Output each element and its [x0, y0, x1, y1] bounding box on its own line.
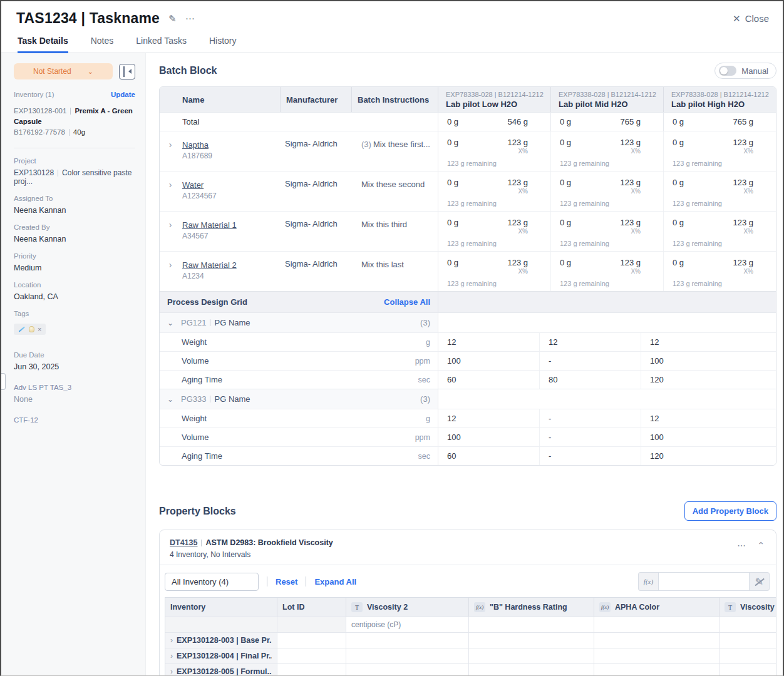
experiment-column-header[interactable]: EXP78338-028 | B121214-1212 Lab pilot Hi… — [663, 87, 776, 112]
expand-all-link[interactable]: Expand All — [314, 577, 356, 586]
more-menu-icon[interactable]: ⋯ — [185, 13, 195, 24]
value-cell[interactable] — [346, 664, 468, 675]
collapse-panel-icon[interactable] — [119, 64, 135, 79]
material-name-link[interactable]: Raw Material 1 — [182, 220, 237, 230]
param-value[interactable]: 60 — [438, 371, 539, 389]
expand-row-icon[interactable]: › — [169, 140, 172, 150]
block-collapse-icon[interactable]: ⌃ — [757, 540, 765, 550]
inventory-filter-dropdown[interactable]: All Inventory (4) — [165, 573, 259, 591]
add-property-block-button[interactable]: Add Property Block — [684, 501, 776, 521]
param-value[interactable]: 12 — [438, 333, 539, 351]
actual-amount[interactable]: 0 g — [673, 218, 684, 235]
actual-amount[interactable]: 0 g — [673, 178, 684, 195]
material-name-link[interactable]: Water — [182, 180, 204, 190]
expand-row-icon[interactable]: › — [169, 220, 172, 230]
value-cell[interactable] — [346, 648, 468, 663]
update-inventory-link[interactable]: Update — [111, 91, 135, 98]
tab-linked-tasks[interactable]: Linked Tasks — [136, 36, 187, 53]
actual-amount[interactable]: 0 g — [447, 178, 458, 195]
value-cell[interactable] — [468, 664, 594, 675]
param-value[interactable]: 12 — [438, 409, 539, 428]
actual-amount[interactable]: 0 g — [673, 258, 684, 275]
collapse-group-icon[interactable]: ⌄ — [160, 319, 181, 327]
value-cell[interactable] — [719, 664, 776, 675]
row-inventory-name[interactable]: EXP130128-003 | Base Pr... — [177, 636, 272, 645]
field-tags: Tags × — [14, 310, 135, 335]
actual-amount[interactable]: 0 g — [560, 178, 571, 195]
param-value[interactable]: - — [539, 428, 641, 446]
experiment-column-header[interactable]: EXP78338-028 | B121214-1212 Lab pilot Lo… — [438, 87, 550, 112]
tab-notes[interactable]: Notes — [91, 36, 114, 53]
target-percent: X% — [518, 188, 528, 195]
param-value[interactable]: 12 — [641, 409, 742, 428]
row-inventory-name[interactable]: EXP130128-005 | Formul... — [177, 667, 272, 675]
param-value[interactable]: 80 — [539, 371, 641, 389]
param-value[interactable]: 120 — [641, 371, 742, 389]
material-manufacturer: Sigma- Aldrich — [280, 172, 351, 211]
value-cell[interactable] — [346, 633, 468, 648]
param-value[interactable]: 120 — [641, 447, 742, 465]
lot-id-cell[interactable] — [277, 633, 346, 648]
value-cell[interactable] — [719, 633, 776, 648]
param-value[interactable]: 100 — [641, 428, 742, 446]
expand-row-icon[interactable]: › — [169, 260, 172, 270]
col-apha-color: f(x)APHA Color — [594, 598, 719, 617]
manual-toggle-button[interactable]: Manual — [714, 63, 776, 79]
param-value[interactable]: 100 — [641, 352, 742, 370]
remove-tag-icon[interactable]: × — [38, 325, 41, 333]
param-value[interactable]: 100 — [438, 352, 539, 370]
edit-title-icon[interactable]: ✎ — [168, 13, 177, 24]
expand-row-icon[interactable]: › — [169, 180, 172, 190]
param-value[interactable]: 100 — [438, 428, 539, 446]
actual-amount[interactable]: 0 g — [560, 218, 571, 235]
expand-row-icon[interactable]: › — [170, 636, 173, 645]
material-name-link[interactable]: Naptha — [182, 140, 209, 150]
value-cell[interactable] — [594, 633, 719, 648]
tag-chip[interactable]: × — [14, 324, 46, 335]
param-value[interactable]: 12 — [539, 333, 641, 351]
project-id[interactable]: EXP130128 — [14, 168, 54, 177]
value-cell[interactable] — [468, 633, 594, 648]
lot-id-cell[interactable] — [277, 664, 346, 675]
property-block-id-link[interactable]: DT4135 — [170, 538, 197, 547]
actual-amount[interactable]: 0 g — [447, 138, 458, 155]
collapse-all-link[interactable]: Collapse All — [384, 297, 430, 307]
block-more-icon[interactable]: ⋯ — [737, 540, 746, 550]
value-cell[interactable] — [594, 648, 719, 663]
expand-row-icon[interactable]: › — [170, 652, 173, 660]
material-instructions[interactable]: Mix this third — [351, 212, 438, 251]
reset-link[interactable]: Reset — [276, 577, 297, 586]
material-instructions[interactable]: Mix this last — [351, 252, 438, 291]
material-instructions[interactable]: Mix these second — [351, 172, 438, 211]
formula-disabled-icon[interactable]: ✎ — [750, 572, 770, 591]
param-value[interactable]: - — [539, 352, 641, 370]
tab-history[interactable]: History — [209, 36, 237, 53]
actual-amount[interactable]: 0 g — [447, 258, 458, 275]
param-value[interactable]: - — [539, 409, 641, 428]
param-value[interactable]: 12 — [641, 333, 742, 351]
experiment-column-header[interactable]: EXP78338-028 | B121214-1212 Lab pilot Mi… — [550, 87, 663, 112]
lot-id-cell[interactable] — [277, 648, 346, 663]
row-inventory-name[interactable]: EXP130128-004 | Final Pr... — [177, 652, 272, 660]
close-button[interactable]: ✕ Close — [733, 13, 769, 24]
formula-input[interactable] — [658, 572, 750, 591]
status-dropdown[interactable]: Not Started ⌄ — [14, 63, 113, 79]
actual-amount[interactable]: 0 g — [560, 258, 571, 275]
value-cell[interactable] — [468, 648, 594, 663]
actual-amount[interactable]: 0 g — [560, 138, 571, 155]
value-cell[interactable] — [719, 648, 776, 663]
param-value[interactable]: - — [539, 447, 641, 465]
collapse-group-icon[interactable]: ⌄ — [160, 395, 181, 404]
expand-row-icon[interactable]: › — [170, 667, 173, 675]
panel-resize-handle[interactable] — [0, 373, 6, 390]
value-cell[interactable] — [594, 617, 719, 632]
param-value[interactable]: 60 — [438, 447, 539, 465]
material-name-link[interactable]: Raw Material 2 — [182, 260, 237, 270]
value-cell[interactable] — [719, 617, 776, 632]
material-instructions[interactable]: (3)Mix these first... — [351, 131, 438, 171]
actual-amount[interactable]: 0 g — [673, 138, 684, 155]
value-cell[interactable] — [594, 664, 719, 675]
actual-amount[interactable]: 0 g — [447, 218, 458, 235]
tab-task-details[interactable]: Task Details — [18, 36, 68, 53]
value-cell[interactable] — [468, 617, 594, 632]
